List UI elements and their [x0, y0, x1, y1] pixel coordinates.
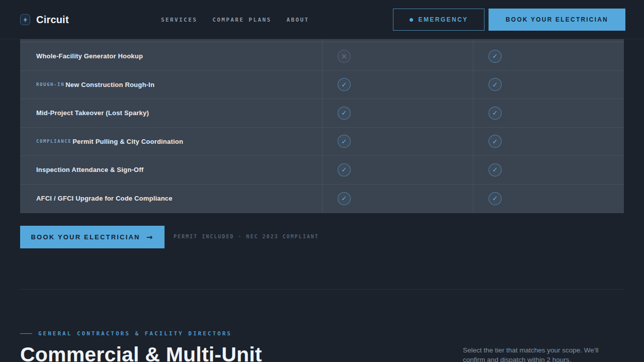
table-row: Mid-Project Takeover (Lost Sparky)✓✓ [20, 99, 624, 128]
check-circle-icon: ✓ [338, 135, 351, 148]
table-row: ROUGH-INNew Construction Rough-In✓✓ [20, 71, 624, 100]
feature-label: Inspection Attendance & Sign-Off [36, 166, 143, 173]
check-circle-icon: ✓ [489, 78, 502, 91]
brand-logo[interactable]: Circuit [20, 0, 69, 39]
nav-link-services[interactable]: SERVICES [161, 17, 197, 23]
nav-link-about[interactable]: ABOUT [286, 17, 309, 23]
section-title: Commercial & Multi-Unit [20, 343, 262, 362]
viewport: Circuit SERVICESCOMPARE PLANSABOUT EMERG… [0, 0, 644, 362]
book-electrician-cta-button[interactable]: BOOK YOUR ELECTRICIAN → [20, 226, 165, 248]
check-circle-icon: ✓ [338, 78, 351, 91]
feature-label: Permit Pulling & City Coordination [72, 138, 183, 145]
status-dot-icon [410, 18, 413, 22]
nav-link-compare-plans[interactable]: COMPARE PLANS [212, 17, 271, 23]
plan-comparison-table: Whole-Facility Generator Hookup×✓ROUGH-I… [20, 39, 624, 213]
table-row: Whole-Facility Generator Hookup×✓ [20, 42, 624, 71]
compliance-note: PERMIT INCLUDED · NEC 2023 COMPLIANT [174, 234, 319, 239]
x-circle-icon: × [338, 50, 351, 63]
arrow-right-icon: → [146, 233, 154, 242]
section-description: Select the tier that matches your scope.… [463, 345, 609, 362]
emergency-button[interactable]: EMERGENCY [393, 9, 485, 31]
check-circle-icon: ✓ [338, 107, 351, 120]
check-circle-icon: ✓ [489, 163, 502, 176]
check-circle-icon: ✓ [338, 192, 351, 205]
check-circle-icon: ✓ [338, 163, 351, 176]
feature-label: New Construction Rough-In [65, 81, 154, 88]
comparison-rows: Whole-Facility Generator Hookup×✓ROUGH-I… [20, 42, 624, 213]
feature-label: Mid-Project Takeover (Lost Sparky) [36, 109, 149, 117]
emergency-label: EMERGENCY [419, 16, 468, 23]
table-row: COMPLIANCEPermit Pulling & City Coordina… [20, 128, 624, 156]
cta-label: BOOK YOUR ELECTRICIAN [31, 233, 140, 241]
check-circle-icon: ✓ [489, 50, 502, 63]
section-eyebrow: GENERAL CONTRACTORS & FACILITY DIRECTORS [20, 330, 232, 337]
site-header: Circuit SERVICESCOMPARE PLANSABOUT EMERG… [0, 0, 644, 39]
check-circle-icon: ✓ [489, 192, 502, 205]
section-divider [20, 289, 624, 290]
book-header-label: BOOK YOUR ELECTRICIAN [506, 16, 608, 23]
brand-name: Circuit [36, 14, 69, 26]
check-circle-icon: ✓ [489, 135, 502, 148]
eyebrow-label: GENERAL CONTRACTORS & FACILITY DIRECTORS [38, 330, 232, 337]
eyebrow-dash [20, 333, 32, 334]
check-circle-icon: ✓ [489, 107, 502, 120]
main-nav: SERVICESCOMPARE PLANSABOUT [161, 0, 309, 39]
feature-badge: COMPLIANCE [36, 139, 71, 144]
bolt-icon [20, 14, 30, 25]
feature-label: Whole-Facility Generator Hookup [36, 52, 143, 60]
book-electrician-header-button[interactable]: BOOK YOUR ELECTRICIAN [489, 9, 625, 31]
table-row: AFCI / GFCI Upgrade for Code Compliance✓… [20, 185, 624, 213]
feature-label: AFCI / GFCI Upgrade for Code Compliance [36, 195, 173, 202]
table-row: Inspection Attendance & Sign-Off✓✓ [20, 156, 624, 185]
feature-badge: ROUGH-IN [36, 82, 64, 87]
